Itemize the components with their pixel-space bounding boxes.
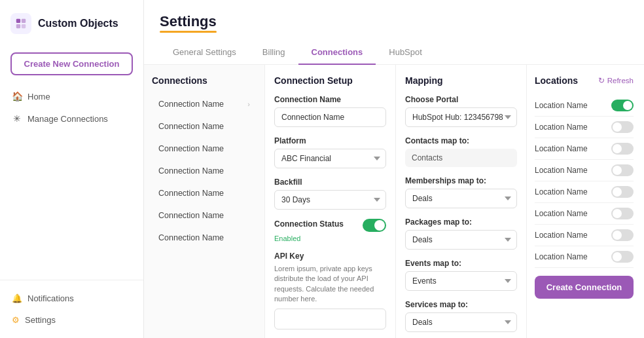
backfill-group: Backfill 30 Days 60 Days 90 Days [274,178,386,210]
location-name-2: Location Name [535,144,588,153]
connection-status-label: Connection Status [274,219,344,229]
mapping-panel: Mapping Choose Portal HubSpot Hub: 12345… [396,65,527,338]
location-row-7: Location Name [535,246,634,268]
refresh-icon: ↻ [598,76,605,85]
main-header: Settings General Settings Billing Connec… [144,0,644,65]
connection-item-label-5: Connection Name [158,211,224,220]
page-title: Settings [160,13,217,30]
location-toggle-6[interactable] [611,229,634,241]
chevron-icon-0: › [247,100,250,108]
location-name-7: Location Name [535,252,588,261]
svg-rect-2 [16,24,20,28]
connection-item-label-6: Connection Name [158,233,224,242]
connection-item-3[interactable]: Connection Name [152,160,257,181]
events-select[interactable]: Events Deals Contacts [405,271,517,291]
connection-item-label-0: Connection Name [158,100,224,109]
contacts-map-label: Contacts map to: [405,136,517,145]
settings-icon: ⚙ [12,315,20,325]
location-row-2: Location Name [535,138,634,160]
location-toggle-1[interactable] [611,121,634,133]
sidebar-item-home[interactable]: 🏠 Home [5,86,138,107]
memberships-label: Memberships map to: [405,176,517,185]
connection-item-5[interactable]: Connection Name [152,205,257,226]
platform-select[interactable]: ABC Financial Other [274,149,386,168]
connection-item-label-4: Connection Name [158,189,224,198]
connection-item-2[interactable]: Connection Name [152,138,257,159]
content-area: Connections Connection Name › Connection… [144,65,644,338]
location-row-0: Location Name [535,95,634,117]
packages-group: Packages map to: Deals Contacts Companie… [405,217,517,250]
create-new-connection-button[interactable]: Create New Connection [10,52,133,75]
location-row-1: Location Name [535,117,634,138]
platform-group: Platform ABC Financial Other [274,136,386,168]
contacts-map-value: Contacts [405,149,517,167]
sidebar-logo: Custom Objects [0,0,143,47]
connection-name-input[interactable] [274,107,386,127]
refresh-button[interactable]: ↻ Refresh [598,76,634,85]
tab-bar: General Settings Billing Connections Hub… [160,41,628,64]
memberships-select[interactable]: Deals Contacts Companies [405,189,517,208]
connections-panel-title: Connections [152,75,257,86]
create-connection-button[interactable]: Create Connection [535,276,634,299]
location-toggle-3[interactable] [611,164,634,176]
connection-item-0[interactable]: Connection Name › [152,94,257,115]
location-toggle-0[interactable] [611,100,634,111]
services-select[interactable]: Deals Contacts Companies [405,312,517,332]
connection-item-4[interactable]: Connection Name [152,183,257,204]
portal-select[interactable]: HubSpot Hub: 123456798 [405,107,517,127]
mapping-title: Mapping [405,75,517,86]
tab-billing[interactable]: Billing [249,41,298,65]
api-key-group: API Key Lorem ipsum, private app keys di… [274,252,386,329]
manage-icon: ✳ [12,113,22,124]
contacts-map-group: Contacts map to: Contacts [405,136,517,167]
services-group: Services map to: Deals Contacts Companie… [405,300,517,332]
location-toggle-4[interactable] [611,186,634,198]
app-title: Custom Objects [38,18,118,29]
location-name-3: Location Name [535,166,588,175]
backfill-label: Backfill [274,178,386,187]
notifications-icon: 🔔 [12,293,22,303]
svg-rect-3 [22,24,26,28]
choose-portal-label: Choose Portal [405,95,517,104]
connection-item-1[interactable]: Connection Name [152,116,257,137]
connection-item-6[interactable]: Connection Name [152,227,257,248]
packages-select[interactable]: Deals Contacts Companies [405,230,517,250]
location-toggle-2[interactable] [611,143,634,155]
memberships-group: Memberships map to: Deals Contacts Compa… [405,176,517,208]
connection-item-label-3: Connection Name [158,166,224,176]
tab-general-settings[interactable]: General Settings [160,41,249,65]
connection-item-label-1: Connection Name [158,122,224,131]
connection-status-toggle[interactable] [363,219,386,232]
api-key-input[interactable] [274,309,386,329]
events-label: Events map to: [405,259,517,268]
location-toggle-7[interactable] [611,251,634,263]
sidebar-item-settings[interactable]: ⚙ Settings [5,310,138,330]
location-toggle-5[interactable] [611,208,634,219]
sidebar-bottom: 🔔 Notifications ⚙ Settings [0,280,143,338]
location-name-6: Location Name [535,231,588,240]
locations-header: Locations ↻ Refresh [535,75,634,86]
sidebar-item-notifications[interactable]: 🔔 Notifications [5,288,138,309]
tab-hubspot[interactable]: HubSpot [376,41,435,65]
location-name-0: Location Name [535,101,588,110]
api-key-label: API Key [274,252,386,261]
sidebar-item-home-label: Home [27,92,50,102]
platform-label: Platform [274,136,386,145]
backfill-select[interactable]: 30 Days 60 Days 90 Days [274,190,386,210]
locations-panel: Locations ↻ Refresh Location Name Locati… [527,65,641,338]
connection-item-label-2: Connection Name [158,144,224,153]
home-icon: 🏠 [12,91,22,102]
location-name-5: Location Name [535,209,588,218]
sidebar-item-manage-connections[interactable]: ✳ Manage Connections [5,108,138,129]
location-name-4: Location Name [535,187,588,197]
sidebar-item-manage-label: Manage Connections [27,114,108,124]
setup-title: Connection Setup [274,75,386,86]
main-content: Settings General Settings Billing Connec… [144,0,644,338]
setup-panel: Connection Setup Connection Name Platfor… [265,65,396,338]
connection-status-group: Connection Status Enabled [274,219,386,242]
api-key-description: Lorem ipsum, private app keys distribute… [274,264,386,305]
location-row-3: Location Name [535,160,634,181]
locations-title: Locations [535,75,578,86]
events-group: Events map to: Events Deals Contacts [405,259,517,291]
tab-connections[interactable]: Connections [298,41,376,65]
